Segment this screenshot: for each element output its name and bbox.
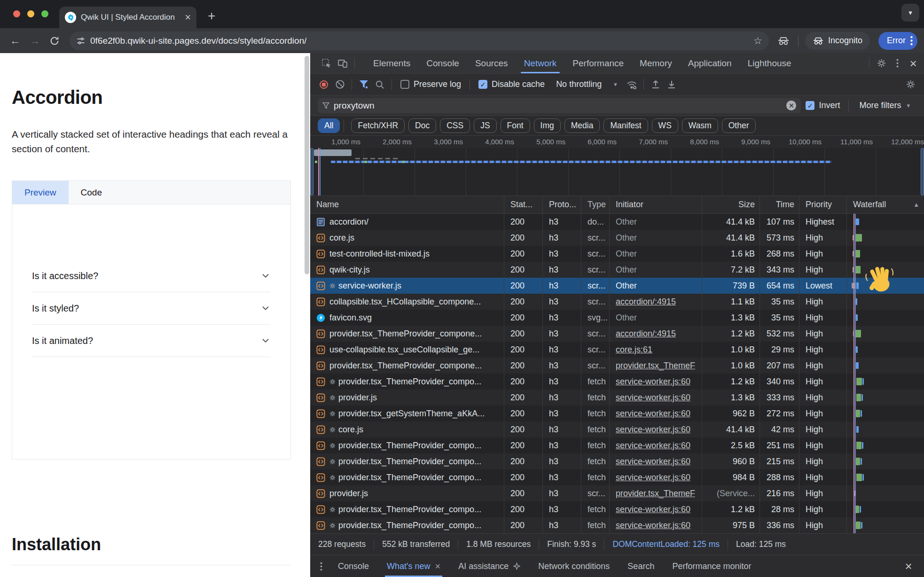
throttling-select[interactable]: No throttling ▾ bbox=[556, 79, 617, 89]
drawer-tab[interactable]: Search bbox=[626, 555, 656, 577]
initiator-cell[interactable]: service-worker.js:60 bbox=[616, 441, 690, 451]
record-network-log-icon[interactable] bbox=[316, 77, 332, 93]
filter-chip[interactable]: Font bbox=[501, 118, 530, 133]
accordion-trigger[interactable]: Is it styled? bbox=[32, 292, 271, 325]
filter-chip[interactable]: JS bbox=[474, 118, 496, 133]
address-bar[interactable]: 0f6e2f0b.qwik-ui-site.pages.dev/docs/sty… bbox=[70, 31, 769, 50]
window-controls[interactable] bbox=[13, 10, 48, 17]
filter-icon[interactable] bbox=[356, 77, 372, 93]
table-row[interactable]: provider.js 200 h3 scr... provider.tsx_T… bbox=[310, 485, 924, 501]
initiator-cell[interactable]: service-worker.js:60 bbox=[616, 425, 690, 435]
filter-chip[interactable]: Manifest bbox=[603, 118, 648, 133]
column-header-time[interactable]: Time bbox=[760, 196, 799, 213]
initiator-cell[interactable]: Other bbox=[616, 265, 637, 275]
initiator-cell[interactable]: Other bbox=[616, 249, 637, 259]
filter-chip[interactable]: Other bbox=[722, 118, 756, 133]
drawer-tab[interactable]: Performance monitor bbox=[670, 555, 753, 577]
tab-search-button[interactable]: ▾ bbox=[901, 4, 919, 22]
import-har-icon[interactable] bbox=[648, 77, 664, 93]
column-header-name[interactable]: Name bbox=[310, 196, 504, 213]
table-row[interactable]: use-collapsible.tsx_useCollapsible_ge...… bbox=[310, 342, 924, 358]
browser-tab[interactable]: Qwik UI | Styled Accordion Co × bbox=[59, 7, 196, 28]
initiator-cell[interactable]: accordion/:4915 bbox=[616, 329, 676, 339]
devtools-tab[interactable]: Performance bbox=[564, 53, 632, 73]
filter-input[interactable]: ✕ bbox=[318, 98, 801, 113]
table-row[interactable]: provider.tsx_ThemeProvider_compo... 200 … bbox=[310, 453, 924, 469]
clear-filter-icon[interactable]: ✕ bbox=[786, 101, 796, 110]
page-scrollbar[interactable] bbox=[304, 53, 310, 577]
initiator-cell[interactable]: Other bbox=[616, 217, 637, 227]
table-row[interactable]: accordion/ 200 h3 do... Other 41.4 kB 10… bbox=[310, 214, 924, 230]
initiator-cell[interactable]: provider.tsx_ThemeF bbox=[616, 489, 695, 499]
drawer-tab[interactable]: Network conditions bbox=[536, 555, 611, 577]
initiator-cell[interactable]: service-worker.js:60 bbox=[616, 505, 690, 515]
initiator-cell[interactable]: service-worker.js:60 bbox=[616, 521, 690, 530]
column-header-size[interactable]: Size bbox=[702, 196, 760, 213]
back-button[interactable]: ← bbox=[7, 32, 23, 49]
invert-checkbox[interactable]: ✓ Invert bbox=[806, 101, 840, 110]
drawer-tab[interactable]: AI assistance bbox=[456, 555, 522, 577]
filter-chip[interactable]: Wasm bbox=[682, 118, 718, 133]
table-row[interactable]: provider.tsx_ThemeProvider_compo... 200 … bbox=[310, 374, 924, 390]
minimize-window-button[interactable] bbox=[27, 10, 34, 17]
column-header-waterfall[interactable]: Waterfall ▲ bbox=[847, 196, 924, 213]
table-row[interactable]: collapsible.tsx_HCollapsible_compone... … bbox=[310, 294, 924, 310]
filter-chip[interactable]: All bbox=[318, 118, 340, 133]
inspect-element-icon[interactable] bbox=[319, 55, 335, 71]
table-row[interactable]: provider.tsx_ThemeProvider_compo... 200 … bbox=[310, 469, 924, 485]
column-header-protocol[interactable]: Proto... bbox=[543, 196, 581, 213]
column-header-status[interactable]: Stat... bbox=[504, 196, 543, 213]
clear-network-log-icon[interactable] bbox=[332, 77, 348, 93]
table-row[interactable]: provider.tsx_ThemeProvider_compo... 200 … bbox=[310, 517, 924, 533]
devtools-tab[interactable]: Lighthouse bbox=[740, 53, 799, 73]
error-button[interactable]: Error bbox=[878, 32, 917, 50]
column-header-initiator[interactable]: Initiator bbox=[610, 196, 702, 213]
overview-right-handle[interactable] bbox=[921, 148, 924, 195]
preserve-log-checkbox[interactable]: ✓ Preserve log bbox=[400, 79, 461, 89]
table-row[interactable]: provider.tsx_ThemeProvider_compo... 200 … bbox=[310, 437, 924, 453]
bookmark-star-icon[interactable]: ☆ bbox=[753, 35, 762, 47]
demo-tab[interactable]: Preview bbox=[12, 181, 69, 204]
forward-button[interactable]: → bbox=[26, 32, 43, 49]
table-row[interactable]: provider.tsx_ThemeProvider_compo... 200 … bbox=[310, 501, 924, 517]
table-row[interactable]: core.js 200 h3 scr... Other 41.4 kB 573 … bbox=[310, 230, 924, 246]
initiator-cell[interactable]: service-worker.js:60 bbox=[616, 409, 690, 419]
initiator-cell[interactable]: Other bbox=[616, 281, 637, 291]
close-tab-icon[interactable]: × bbox=[435, 561, 441, 572]
network-settings-gear-icon[interactable] bbox=[902, 77, 918, 93]
initiator-cell[interactable]: service-worker.js:60 bbox=[616, 393, 690, 403]
table-row[interactable]: provider.tsx_ThemeProvider_compone... 20… bbox=[310, 358, 924, 374]
initiator-cell[interactable]: core.js:61 bbox=[616, 345, 652, 355]
zoom-window-button[interactable] bbox=[41, 10, 48, 17]
more-options-icon[interactable] bbox=[889, 55, 905, 71]
settings-gear-icon[interactable] bbox=[873, 55, 889, 71]
table-row[interactable]: service-worker.js 200 h3 scr... Other 73… bbox=[310, 278, 924, 294]
disable-cache-checkbox[interactable]: ✓ Disable cache bbox=[478, 79, 545, 89]
table-row[interactable]: core.js 200 h3 fetch service-worker.js:6… bbox=[310, 421, 924, 437]
table-row[interactable]: provider.js 200 h3 fetch service-worker.… bbox=[310, 390, 924, 405]
close-window-button[interactable] bbox=[13, 10, 20, 17]
filter-chip[interactable]: Img bbox=[534, 118, 561, 133]
timeline-graph[interactable] bbox=[310, 148, 924, 195]
filter-chip[interactable]: WS bbox=[652, 118, 678, 133]
devtools-tab[interactable]: Network bbox=[516, 53, 565, 73]
close-devtools-icon[interactable]: × bbox=[905, 55, 921, 71]
accordion-trigger[interactable]: Is it accessible? bbox=[32, 260, 271, 292]
tab-close-icon[interactable]: × bbox=[185, 12, 191, 23]
filter-chip[interactable]: Doc bbox=[408, 118, 436, 133]
column-header-type[interactable]: Type bbox=[581, 196, 610, 213]
initiator-cell[interactable]: service-worker.js:60 bbox=[616, 473, 690, 483]
devtools-tab[interactable]: Elements bbox=[365, 53, 418, 73]
devtools-tab[interactable]: Application bbox=[680, 53, 740, 73]
filter-text-field[interactable] bbox=[334, 101, 782, 111]
close-drawer-icon[interactable]: × bbox=[901, 558, 916, 574]
table-row[interactable]: test-controlled-list-mixed.js 200 h3 scr… bbox=[310, 246, 924, 262]
more-filters-button[interactable]: More filters ▾ bbox=[859, 101, 910, 110]
network-conditions-icon[interactable] bbox=[624, 77, 640, 93]
filter-chip[interactable]: Media bbox=[564, 118, 600, 133]
demo-tab[interactable]: Code bbox=[69, 181, 114, 204]
initiator-cell[interactable]: provider.tsx_ThemeF bbox=[616, 361, 695, 371]
filter-chip[interactable]: CSS bbox=[440, 118, 470, 133]
initiator-cell[interactable]: service-worker.js:60 bbox=[616, 377, 690, 387]
devtools-tab[interactable]: Memory bbox=[632, 53, 680, 73]
